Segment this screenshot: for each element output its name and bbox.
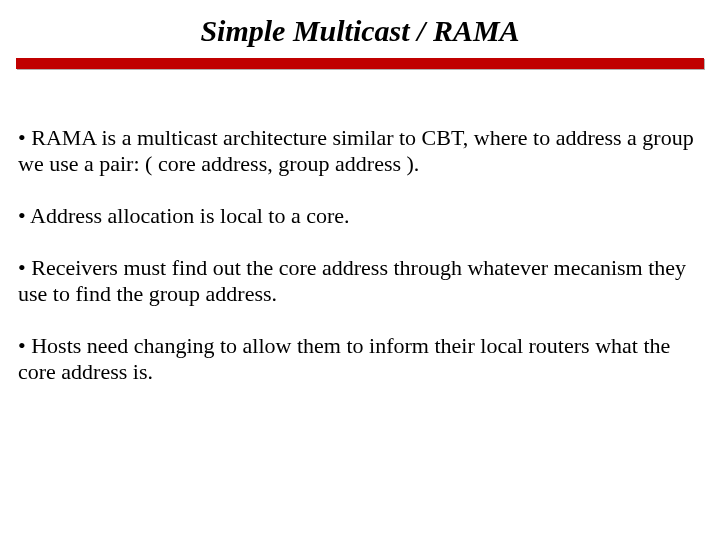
bullet-item: • Hosts need changing to allow them to i… — [18, 333, 696, 385]
content-area: • RAMA is a multicast architecture simil… — [0, 77, 720, 385]
bullet-text: RAMA is a multicast architecture similar… — [18, 125, 694, 176]
bullet-item: • Address allocation is local to a core. — [18, 203, 696, 229]
title-underline — [16, 58, 704, 69]
bullet-marker: • — [18, 125, 31, 150]
bullet-item: • RAMA is a multicast architecture simil… — [18, 125, 696, 177]
bullet-item: • Receivers must find out the core addre… — [18, 255, 696, 307]
bullet-marker: • — [18, 333, 31, 358]
bullet-text: Receivers must find out the core address… — [18, 255, 686, 306]
slide-container: Simple Multicast / RAMA • RAMA is a mult… — [0, 0, 720, 540]
bullet-marker: • — [18, 255, 31, 280]
bullet-marker: • — [18, 203, 30, 228]
bullet-text: Hosts need changing to allow them to inf… — [18, 333, 670, 384]
bullet-text: Address allocation is local to a core. — [30, 203, 350, 228]
title-area: Simple Multicast / RAMA — [0, 0, 720, 77]
slide-title: Simple Multicast / RAMA — [0, 14, 720, 48]
